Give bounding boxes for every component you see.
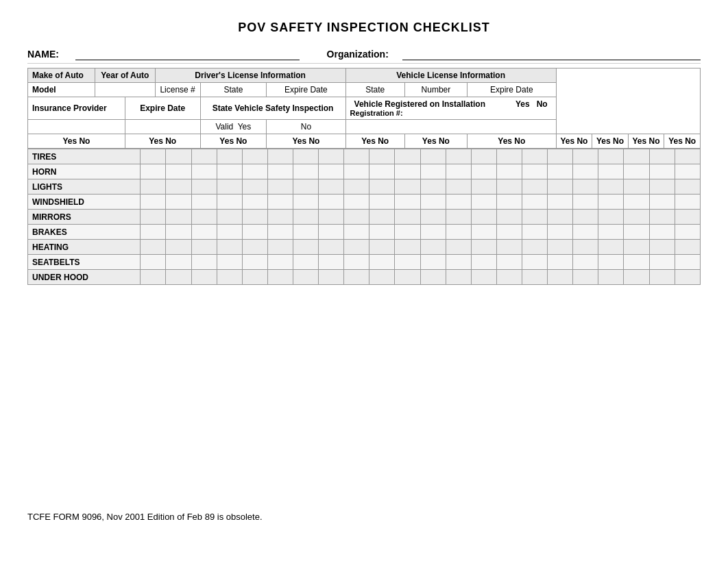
yes-cell[interactable] xyxy=(446,255,471,270)
no-cell[interactable] xyxy=(522,195,548,210)
no-cell[interactable] xyxy=(319,164,344,179)
yes-cell[interactable] xyxy=(344,179,369,195)
no-cell[interactable] xyxy=(675,255,700,270)
yes-cell[interactable] xyxy=(446,270,471,285)
yes-cell[interactable] xyxy=(191,210,217,225)
yes-cell[interactable] xyxy=(598,179,624,195)
yes-cell[interactable] xyxy=(649,164,675,179)
yes-cell[interactable] xyxy=(446,210,471,225)
yes-cell[interactable] xyxy=(293,149,319,164)
yes-cell[interactable] xyxy=(191,195,217,210)
yes-cell[interactable] xyxy=(446,240,471,255)
no-cell[interactable] xyxy=(369,255,395,270)
no-cell[interactable] xyxy=(166,210,191,225)
no-cell[interactable] xyxy=(420,195,446,210)
yes-cell[interactable] xyxy=(191,240,217,255)
no-cell[interactable] xyxy=(420,164,446,179)
yes-cell[interactable] xyxy=(191,164,217,179)
org-value[interactable] xyxy=(402,49,701,60)
no-cell[interactable] xyxy=(217,255,242,270)
yes-cell[interactable] xyxy=(548,270,573,285)
no-cell[interactable] xyxy=(166,179,191,195)
no-cell[interactable] xyxy=(267,255,293,270)
yes-cell[interactable] xyxy=(395,149,420,164)
yes-cell[interactable] xyxy=(293,270,319,285)
no-cell[interactable] xyxy=(319,210,344,225)
no-cell[interactable] xyxy=(624,255,649,270)
yes-cell[interactable] xyxy=(141,179,166,195)
no-cell[interactable] xyxy=(675,149,700,164)
no-cell[interactable] xyxy=(217,179,242,195)
no-cell[interactable] xyxy=(624,270,649,285)
no-cell[interactable] xyxy=(624,210,649,225)
no-cell[interactable] xyxy=(471,225,496,240)
no-cell[interactable] xyxy=(471,255,496,270)
no-cell[interactable] xyxy=(573,164,598,179)
no-cell[interactable] xyxy=(573,195,598,210)
yes-cell[interactable] xyxy=(344,195,369,210)
yes-cell[interactable] xyxy=(344,210,369,225)
no-cell[interactable] xyxy=(522,149,548,164)
no-cell[interactable] xyxy=(573,149,598,164)
yes-cell[interactable] xyxy=(548,149,573,164)
no-cell[interactable] xyxy=(369,164,395,179)
no-cell[interactable] xyxy=(267,225,293,240)
yes-cell[interactable] xyxy=(598,210,624,225)
yes-cell[interactable] xyxy=(293,164,319,179)
yes-cell[interactable] xyxy=(446,225,471,240)
no-cell[interactable] xyxy=(319,149,344,164)
no-cell[interactable] xyxy=(267,149,293,164)
no-cell[interactable] xyxy=(166,225,191,240)
yes-cell[interactable] xyxy=(141,270,166,285)
no-cell[interactable] xyxy=(471,270,496,285)
no-cell[interactable] xyxy=(166,270,191,285)
yes-cell[interactable] xyxy=(242,255,267,270)
yes-cell[interactable] xyxy=(598,270,624,285)
no-cell[interactable] xyxy=(420,225,446,240)
yes-cell[interactable] xyxy=(395,225,420,240)
no-cell[interactable] xyxy=(369,179,395,195)
yes-cell[interactable] xyxy=(191,179,217,195)
yes-cell[interactable] xyxy=(395,210,420,225)
no-cell[interactable] xyxy=(675,240,700,255)
no-cell[interactable] xyxy=(420,179,446,195)
no-cell[interactable] xyxy=(675,225,700,240)
no-cell[interactable] xyxy=(217,225,242,240)
no-cell[interactable] xyxy=(369,225,395,240)
yes-cell[interactable] xyxy=(395,164,420,179)
yes-cell[interactable] xyxy=(649,210,675,225)
yes-cell[interactable] xyxy=(649,270,675,285)
no-cell[interactable] xyxy=(420,255,446,270)
no-cell[interactable] xyxy=(522,210,548,225)
no-cell[interactable] xyxy=(522,179,548,195)
no-cell[interactable] xyxy=(166,255,191,270)
yes-cell[interactable] xyxy=(293,179,319,195)
yes-cell[interactable] xyxy=(496,225,522,240)
no-cell[interactable] xyxy=(624,225,649,240)
no-cell[interactable] xyxy=(471,149,496,164)
yes-cell[interactable] xyxy=(191,225,217,240)
no-cell[interactable] xyxy=(319,225,344,240)
yes-cell[interactable] xyxy=(191,149,217,164)
no-cell[interactable] xyxy=(675,210,700,225)
yes-cell[interactable] xyxy=(242,210,267,225)
no-cell[interactable] xyxy=(573,240,598,255)
no-cell[interactable] xyxy=(624,195,649,210)
no-cell[interactable] xyxy=(319,195,344,210)
yes-cell[interactable] xyxy=(446,195,471,210)
yes-cell[interactable] xyxy=(242,164,267,179)
no-cell[interactable] xyxy=(471,164,496,179)
no-cell[interactable] xyxy=(573,270,598,285)
yes-cell[interactable] xyxy=(141,210,166,225)
yes-cell[interactable] xyxy=(649,225,675,240)
yes-cell[interactable] xyxy=(344,255,369,270)
no-cell[interactable] xyxy=(166,164,191,179)
yes-cell[interactable] xyxy=(293,210,319,225)
no-cell[interactable] xyxy=(675,195,700,210)
no-cell[interactable] xyxy=(420,270,446,285)
yes-cell[interactable] xyxy=(344,240,369,255)
yes-cell[interactable] xyxy=(496,270,522,285)
yes-cell[interactable] xyxy=(649,149,675,164)
yes-cell[interactable] xyxy=(395,255,420,270)
yes-cell[interactable] xyxy=(496,255,522,270)
